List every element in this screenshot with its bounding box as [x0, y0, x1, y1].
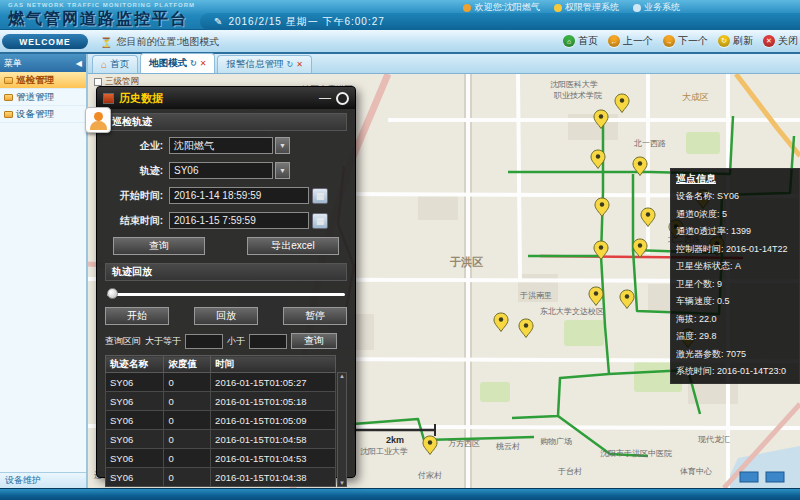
folder-icon	[4, 94, 13, 101]
dialog-header[interactable]: 历史数据 —	[97, 87, 355, 109]
map-control-button[interactable]	[766, 472, 784, 482]
scroll-up-icon[interactable]: ▲	[339, 373, 345, 379]
tab-地图模式[interactable]: 地图模式↻✕	[140, 53, 215, 73]
nav-刷新-button[interactable]: ↻刷新	[718, 34, 753, 48]
dialog-title: 历史数据	[119, 91, 314, 106]
collapse-sidebar-icon[interactable]: ◀	[76, 59, 82, 68]
info-row-系统时间: 系统时间: 2016-01-14T23:0	[676, 363, 794, 381]
info-row-温度: 温度: 29.8	[676, 328, 794, 346]
tab-首页[interactable]: ⌂首页	[92, 55, 138, 73]
table-row[interactable]: SY0602016-01-15T01:04:58	[106, 430, 336, 449]
map-label: 体育中心	[680, 467, 712, 476]
range-query-button[interactable]: 查询	[291, 333, 337, 349]
table-header-cell: 轨迹名称	[106, 356, 164, 373]
app-header: GAS NETWORK TRAFFIC MONITORING PLATFORM …	[0, 0, 800, 30]
end-time-input[interactable]	[169, 212, 309, 229]
map-label: 购物广场	[540, 437, 572, 446]
gte-input[interactable]	[185, 334, 223, 349]
table-row[interactable]: SY0602016-01-15T01:05:18	[106, 392, 336, 411]
table-row[interactable]: SY0602016-01-15T01:04:38	[106, 468, 336, 487]
lt-label: 小于	[227, 335, 245, 348]
nav-button-icon: ↻	[718, 35, 730, 47]
nav-button-label: 关闭	[778, 34, 798, 48]
map-control-button[interactable]	[740, 472, 758, 482]
map-label: 于洪南里	[519, 291, 552, 300]
table-cell: 2016-01-15T01:04:58	[211, 430, 336, 449]
tab-close-icon[interactable]: ✕	[296, 61, 303, 69]
table-row[interactable]: SY0602016-01-15T01:05:09	[106, 411, 336, 430]
chevron-down-icon[interactable]: ▼	[275, 137, 290, 154]
company-select[interactable]: 沈阳燃气	[169, 137, 273, 154]
track-select[interactable]: SY06	[169, 162, 273, 179]
map-label: 东北大学文达校区	[540, 307, 604, 316]
nav-button-icon: ←	[608, 35, 620, 47]
map-label: 万方西区	[448, 439, 480, 448]
nav-button-label: 上一个	[623, 34, 653, 48]
playback-暂停-button[interactable]: 暂停	[283, 307, 347, 325]
slider-track[interactable]	[107, 293, 345, 296]
tab-报警信息管理[interactable]: 报警信息管理↻✕	[217, 55, 311, 73]
table-cell: 0	[164, 373, 211, 392]
minimize-icon[interactable]: —	[319, 93, 331, 103]
map-label: 沈阳医科大学	[550, 80, 598, 89]
sidebar: 菜单 ◀ 巡检管理管道管理设备管理 设备维护	[0, 54, 88, 488]
table-scrollbar[interactable]: ▲ ▼	[337, 372, 347, 487]
tab-refresh-icon[interactable]: ↻	[286, 61, 293, 69]
nav-下一个-button[interactable]: →下一个	[663, 34, 708, 48]
layer-checkbox[interactable]	[94, 78, 102, 86]
history-data-dialog: 历史数据 — 巡检轨迹 企业: 沈阳燃气 ▼ 轨迹: SY06 ▼ 开始时间: …	[96, 86, 356, 478]
nav-button-icon: ⌂	[563, 35, 575, 47]
calendar-icon[interactable]: ▦	[312, 188, 328, 204]
close-icon[interactable]	[336, 92, 349, 105]
map-label: 于洪区	[449, 256, 483, 268]
info-row-设备名称: 设备名称: SY06	[676, 188, 794, 206]
sidebar-item[interactable]: 巡检管理	[0, 72, 86, 89]
link-icon	[554, 4, 562, 12]
table-cell: 2016-01-15T01:05:27	[211, 373, 336, 392]
nav-上一个-button[interactable]: ←上一个	[608, 34, 653, 48]
info-row-车辆速度: 车辆速度: 0.5	[676, 293, 794, 311]
query-button[interactable]: 查询	[113, 237, 205, 255]
nav-关闭-button[interactable]: ✕关闭	[763, 34, 798, 48]
sidebar-item[interactable]: 管道管理	[0, 89, 86, 106]
gte-label: 大于等于	[145, 335, 181, 348]
scroll-down-icon[interactable]: ▼	[339, 480, 345, 486]
link-icon	[463, 4, 471, 12]
calendar-icon[interactable]: ▦	[312, 213, 328, 229]
nav-首页-button[interactable]: ⌂首页	[563, 34, 598, 48]
company-label: 企业:	[105, 139, 163, 153]
table-cell: 0	[164, 430, 211, 449]
slider-handle[interactable]	[107, 288, 118, 299]
playback-回放-button[interactable]: 回放	[194, 307, 258, 325]
tab-bar: ⌂首页地图模式↻✕报警信息管理↻✕	[88, 54, 800, 74]
table-cell: SY06	[106, 468, 164, 487]
playback-slider[interactable]	[107, 287, 345, 301]
export-excel-button[interactable]: 导出excel	[247, 237, 339, 255]
folder-icon	[4, 111, 13, 118]
nav-buttons: ⌂首页←上一个→下一个↻刷新✕关闭	[563, 34, 798, 48]
map-label: 现代龙汇	[698, 435, 730, 444]
point-info-title: 巡点信息	[676, 172, 794, 186]
welcome-button[interactable]: WELCOME	[2, 34, 88, 49]
table-row[interactable]: SY0602016-01-15T01:04:53	[106, 449, 336, 468]
playback-开始-button[interactable]: 开始	[105, 307, 169, 325]
start-time-input[interactable]	[169, 187, 309, 204]
section-patrol-track: 巡检轨迹	[105, 113, 347, 131]
table-header-cell: 浓度值	[164, 356, 211, 373]
tab-close-icon[interactable]: ✕	[200, 60, 207, 68]
tab-refresh-icon[interactable]: ↻	[190, 60, 197, 68]
sidebar-item[interactable]: 设备管理	[0, 106, 86, 123]
lt-input[interactable]	[249, 334, 287, 349]
table-cell: 2016-01-15T01:04:53	[211, 449, 336, 468]
nav-button-icon: ✕	[763, 35, 775, 47]
status-bar	[0, 488, 800, 500]
chevron-down-icon[interactable]: ▼	[275, 162, 290, 179]
point-info-panel: 巡点信息 设备名称: SY06通道0浓度: 5通道0透过率: 1399控制器时间…	[670, 168, 800, 384]
info-row-卫星坐标状态: 卫星坐标状态: A	[676, 258, 794, 276]
sidebar-item-label: 巡检管理	[16, 74, 54, 87]
start-time-label: 开始时间:	[105, 189, 163, 203]
app-title: 燃气管网道路监控平台	[8, 9, 188, 30]
sidebar-footer-link[interactable]: 设备维护	[0, 472, 86, 488]
table-row[interactable]: SY0602016-01-15T01:05:27	[106, 373, 336, 392]
app-window: GAS NETWORK TRAFFIC MONITORING PLATFORM …	[0, 0, 800, 500]
